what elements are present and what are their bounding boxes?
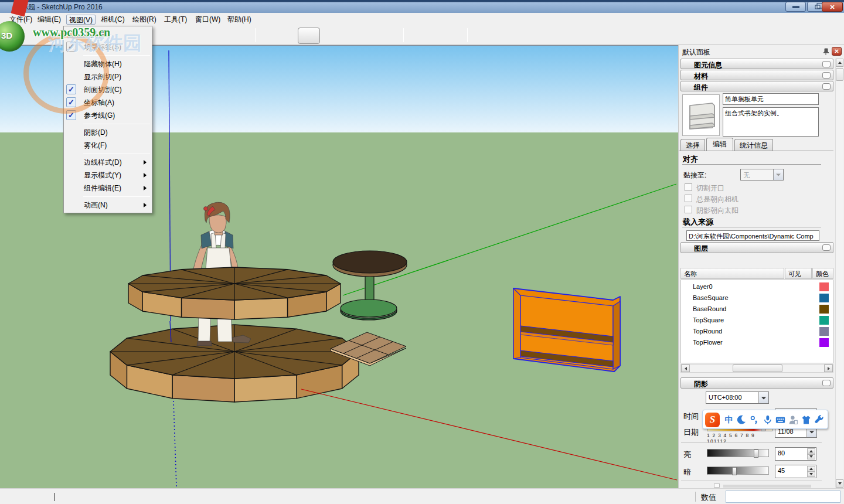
tab-edit[interactable]: 编辑 xyxy=(706,138,733,151)
scroll-left-button[interactable] xyxy=(681,365,690,372)
shadow-sun-checkbox[interactable] xyxy=(685,206,692,213)
section-layers[interactable]: 图层 xyxy=(680,242,833,253)
menu-draw[interactable]: 绘图(R) xyxy=(130,15,159,25)
menu-item-fog[interactable]: 雾化(F) xyxy=(64,139,152,152)
close-button[interactable]: ✕ xyxy=(822,2,843,12)
tab-select[interactable]: 选择 xyxy=(680,139,705,151)
timezone-combo[interactable]: UTC+08:00 xyxy=(706,391,769,404)
glue-to-combo[interactable]: 无 xyxy=(740,169,784,181)
rollup-toggle-icon[interactable] xyxy=(822,380,831,386)
menu-item-scene-tabs[interactable]: ✓场景标签(S) xyxy=(64,40,152,53)
scroll-down-button[interactable] xyxy=(836,479,843,488)
dark-slider[interactable] xyxy=(707,466,769,475)
spinner[interactable] xyxy=(807,466,815,477)
layer-row[interactable]: Layer0 xyxy=(681,281,833,292)
layer-row[interactable]: TopSquare xyxy=(681,315,833,326)
layer-color-swatch[interactable] xyxy=(819,338,829,347)
section-shadows[interactable]: 阴影 xyxy=(680,377,833,389)
dark-spinfield[interactable]: 45 xyxy=(775,465,816,478)
light-spinfield[interactable]: 80 xyxy=(775,447,816,461)
arrow-down-icon xyxy=(809,473,813,475)
menu-item-toolbars[interactable]: 工具栏 xyxy=(64,28,152,40)
combo-arrow-button[interactable] xyxy=(773,169,783,180)
rollup-toggle-icon[interactable] xyxy=(822,83,831,90)
column-color[interactable]: 颜色 xyxy=(812,268,833,279)
chinese-mode-icon[interactable]: 中 xyxy=(724,415,734,425)
scrollbar-thumb[interactable] xyxy=(733,365,782,372)
light-slider[interactable] xyxy=(707,449,769,457)
component-name-field[interactable]: 简单搁板单元 xyxy=(723,93,819,105)
layer-color-swatch[interactable] xyxy=(819,316,829,325)
layer-row[interactable]: BaseRound xyxy=(681,304,833,315)
menu-item-section-cuts[interactable]: ✓剖面切割(C) xyxy=(64,83,152,96)
light-slider-handle[interactable] xyxy=(754,449,758,458)
rollup-toggle-icon[interactable] xyxy=(822,61,831,67)
menu-file[interactable]: 文件(F) xyxy=(7,15,35,25)
toolbar-button[interactable] xyxy=(298,28,320,44)
section-materials[interactable]: 材料 xyxy=(680,70,833,80)
menu-item-section-planes[interactable]: 显示剖切(P) xyxy=(64,70,152,83)
menu-tools[interactable]: 工具(T) xyxy=(162,15,189,25)
tray-vscrollbar[interactable] xyxy=(835,59,843,488)
platform-lower[interactable] xyxy=(110,325,359,402)
dark-slider-handle[interactable] xyxy=(732,467,737,475)
layer-color-swatch[interactable] xyxy=(819,327,829,336)
menu-item-shadows[interactable]: 阴影(D) xyxy=(64,126,152,139)
wrench-icon[interactable] xyxy=(814,415,824,425)
menu-camera[interactable]: 相机(C) xyxy=(98,15,127,25)
keyboard-icon[interactable] xyxy=(775,415,785,425)
layer-color-swatch[interactable] xyxy=(819,305,829,314)
menu-item-edge-style[interactable]: 边线样式(D) xyxy=(64,156,152,169)
layer-row[interactable]: TopRound xyxy=(681,326,833,337)
section-components[interactable]: 组件 xyxy=(680,81,833,91)
layer-color-swatch[interactable] xyxy=(819,282,829,291)
toolbar-separator xyxy=(255,28,256,42)
rollup-toggle-icon[interactable] xyxy=(822,244,831,251)
menu-edit[interactable]: 编辑(E) xyxy=(35,15,63,25)
loaded-from-path-field[interactable]: D:\河东软件园\Components\Dynamic Comp xyxy=(686,230,819,241)
spinner[interactable] xyxy=(807,448,815,459)
tray-close-button[interactable]: ✕ xyxy=(832,47,842,56)
sogou-logo-icon[interactable]: S xyxy=(705,413,720,427)
tab-statistics[interactable]: 统计信息 xyxy=(734,139,773,151)
menu-window[interactable]: 窗口(W) xyxy=(193,15,223,25)
clipped-checkbox xyxy=(714,483,720,488)
layers-hscrollbar[interactable] xyxy=(680,364,833,373)
section-entity-info[interactable]: 图元信息 xyxy=(680,59,833,69)
microphone-icon[interactable] xyxy=(763,415,772,425)
menu-item-guides[interactable]: ✓参考线(G) xyxy=(64,109,152,122)
component-description-field[interactable]: 组合式书架的实例。 xyxy=(723,107,819,137)
menu-help[interactable]: 帮助(H) xyxy=(225,15,254,25)
rollup-toggle-icon[interactable] xyxy=(822,72,831,79)
menu-item-axes[interactable]: ✓坐标轴(A) xyxy=(64,96,152,109)
menu-item-component-edit[interactable]: 组件编辑(E) xyxy=(64,182,152,195)
component-thumbnail[interactable] xyxy=(682,94,720,136)
person-icon[interactable] xyxy=(788,415,798,425)
menu-view[interactable]: 视图(V) xyxy=(66,15,96,25)
ime-toolbar[interactable]: S 中 xyxy=(702,410,828,429)
moon-icon[interactable] xyxy=(737,415,747,425)
column-visible[interactable]: 可见 xyxy=(785,268,812,279)
pin-icon[interactable] xyxy=(823,48,829,56)
platform-upper[interactable] xyxy=(128,267,341,319)
fuzzy-tone-icon[interactable] xyxy=(750,415,760,425)
scroll-right-button[interactable] xyxy=(824,365,833,372)
layer-color-swatch[interactable] xyxy=(819,294,829,302)
layer-row[interactable]: TopFlower xyxy=(681,337,833,348)
skin-shirt-icon[interactable] xyxy=(801,415,811,425)
measurements-input[interactable] xyxy=(726,491,840,503)
menu-item-hidden-geometry[interactable]: 隐藏物体(H) xyxy=(64,57,152,70)
menu-item-face-style[interactable]: 显示模式(Y) xyxy=(64,169,152,182)
combo-arrow-button[interactable] xyxy=(758,392,768,403)
scroll-up-button[interactable] xyxy=(836,59,843,67)
cut-opening-checkbox[interactable] xyxy=(685,183,692,191)
column-name[interactable]: 名称 xyxy=(680,268,784,279)
minimize-button[interactable] xyxy=(785,2,806,12)
alignment-heading: 对齐 xyxy=(683,154,698,165)
face-camera-checkbox[interactable] xyxy=(685,195,692,202)
layer-row[interactable]: BaseSquare xyxy=(681,292,833,304)
bookshelf-selected[interactable] xyxy=(513,288,620,372)
scrollbar-thumb[interactable] xyxy=(836,68,843,81)
loaded-from-heading: 载入来源 xyxy=(683,217,713,227)
menu-item-animation[interactable]: 动画(N) xyxy=(64,199,152,212)
